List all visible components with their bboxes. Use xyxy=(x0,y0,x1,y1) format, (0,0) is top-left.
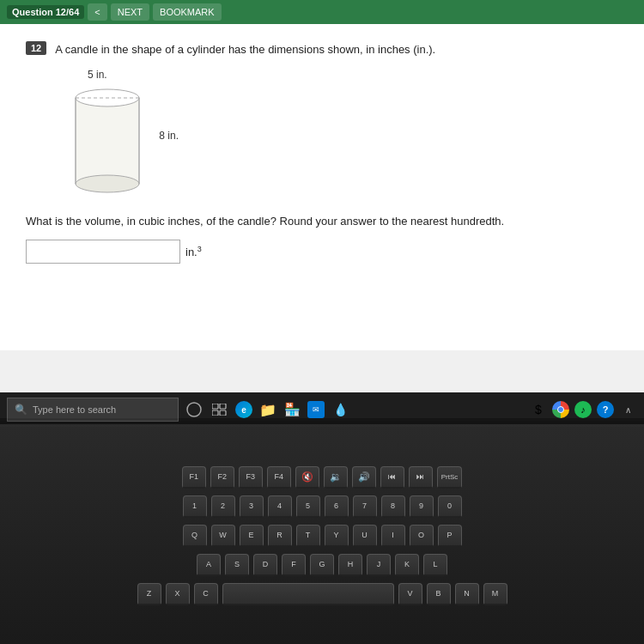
next-button[interactable]: NEXT xyxy=(111,3,149,21)
spotify-circle: ♪ xyxy=(574,401,592,418)
key-prtsc[interactable]: PrtSc xyxy=(437,466,463,489)
file-explorer-button[interactable]: 📁 xyxy=(258,399,278,420)
svg-rect-10 xyxy=(220,410,226,416)
key-j[interactable]: J xyxy=(367,554,391,576)
taskbar: 🔍 Type here to search e 📁 🏪 ✉ 💧 $ xyxy=(0,392,644,427)
dimension-side-label: 8 in. xyxy=(159,130,179,142)
key-m[interactable]: M xyxy=(483,583,507,605)
top-toolbar: Question 12/64 < NEXT BOOKMARK xyxy=(0,0,644,24)
key-3[interactable]: 3 xyxy=(240,495,264,518)
key-2[interactable]: 2 xyxy=(211,495,235,518)
key-e[interactable]: E xyxy=(240,525,264,547)
dropbox-button[interactable]: 💧 xyxy=(330,399,350,420)
chrome-icon[interactable] xyxy=(551,400,570,419)
key-vol-down[interactable]: 🔉 xyxy=(324,466,348,489)
key-f4[interactable]: F4 xyxy=(267,466,291,489)
key-z[interactable]: Z xyxy=(137,583,161,605)
key-u[interactable]: U xyxy=(353,525,377,547)
key-vol-up[interactable]: 🔊 xyxy=(352,466,376,489)
key-d[interactable]: D xyxy=(253,554,277,576)
chevron-up-icon[interactable]: ∧ xyxy=(618,400,637,419)
svg-point-1 xyxy=(76,175,139,192)
svg-point-6 xyxy=(187,403,201,416)
laptop-screen: Question 12/64 < NEXT BOOKMARK 12 A cand… xyxy=(0,0,644,421)
edge-icon: e xyxy=(235,401,252,418)
key-next[interactable]: ⏭ xyxy=(409,466,433,489)
question-number: 12 xyxy=(26,41,46,55)
dimension-top-label: 5 in. xyxy=(88,69,206,81)
cylinder-diagram xyxy=(69,82,146,194)
question-header: 12 A candle in the shape of a cylinder h… xyxy=(26,41,618,58)
help-icon[interactable]: ? xyxy=(596,400,615,419)
edge-browser-button[interactable]: e xyxy=(234,399,254,420)
answer-input[interactable] xyxy=(26,240,180,264)
key-i[interactable]: I xyxy=(381,525,405,547)
asdf-key-row: A S D F G H J K L xyxy=(197,554,447,576)
key-f3[interactable]: F3 xyxy=(239,466,263,489)
unit-label: in.3 xyxy=(185,245,202,258)
dollar-icon[interactable]: $ xyxy=(529,400,548,419)
email-button[interactable]: ✉ xyxy=(306,399,326,420)
key-v[interactable]: V xyxy=(398,583,422,605)
key-w[interactable]: W xyxy=(211,525,235,547)
key-mute[interactable]: 🔇 xyxy=(295,466,319,489)
task-view-button[interactable] xyxy=(210,399,230,420)
key-x[interactable]: X xyxy=(166,583,190,605)
help-circle: ? xyxy=(597,401,614,418)
key-9[interactable]: 9 xyxy=(410,495,434,518)
key-c[interactable]: C xyxy=(194,583,218,605)
mail-icon: ✉ xyxy=(307,401,325,418)
number-key-row: 1 2 3 4 5 6 7 8 9 0 xyxy=(183,495,462,518)
key-1[interactable]: 1 xyxy=(183,495,207,518)
key-h[interactable]: H xyxy=(338,554,362,576)
key-a[interactable]: A xyxy=(197,554,221,576)
key-r[interactable]: R xyxy=(268,525,292,547)
key-s[interactable]: S xyxy=(225,554,249,576)
key-g[interactable]: G xyxy=(310,554,334,576)
key-7[interactable]: 7 xyxy=(353,495,377,518)
key-6[interactable]: 6 xyxy=(325,495,349,518)
svg-rect-9 xyxy=(212,410,218,416)
key-b[interactable]: B xyxy=(427,583,451,605)
key-space[interactable] xyxy=(222,583,394,605)
chrome-circle xyxy=(552,401,569,418)
key-5[interactable]: 5 xyxy=(296,495,320,518)
back-button[interactable]: < xyxy=(88,3,106,21)
question-badge: Question 12/64 xyxy=(7,5,84,19)
svg-rect-8 xyxy=(220,404,226,409)
key-o[interactable]: O xyxy=(410,525,434,547)
search-bar[interactable]: 🔍 Type here to search xyxy=(7,398,179,422)
search-placeholder-text: Type here to search xyxy=(33,404,116,415)
key-p[interactable]: P xyxy=(438,525,462,547)
task-view-icon xyxy=(212,404,228,416)
question-intro: A candle in the shape of a cylinder has … xyxy=(55,41,435,58)
store-button[interactable]: 🏪 xyxy=(282,399,302,420)
svg-rect-7 xyxy=(212,404,218,409)
system-tray: $ ♪ ? ∧ xyxy=(529,400,637,419)
function-key-row: F1 F2 F3 F4 🔇 🔉 🔊 ⏮ ⏭ PrtSc xyxy=(182,466,463,489)
key-f2[interactable]: F2 xyxy=(210,466,234,489)
key-k[interactable]: K xyxy=(395,554,419,576)
key-f[interactable]: F xyxy=(282,554,306,576)
search-icon: 🔍 xyxy=(15,404,27,416)
qwerty-key-row: Q W E R T Y U I O P xyxy=(183,525,462,547)
key-prev[interactable]: ⏮ xyxy=(380,466,404,489)
svg-rect-0 xyxy=(76,98,139,184)
key-t[interactable]: T xyxy=(296,525,320,547)
key-n[interactable]: N xyxy=(455,583,479,605)
key-4[interactable]: 4 xyxy=(268,495,292,518)
key-8[interactable]: 8 xyxy=(381,495,405,518)
key-0[interactable]: 0 xyxy=(438,495,462,518)
key-q[interactable]: Q xyxy=(183,525,207,547)
folder-icon: 📁 xyxy=(259,402,276,418)
dropbox-icon: 💧 xyxy=(333,403,348,416)
content-area: 12 A candle in the shape of a cylinder h… xyxy=(0,24,644,350)
volume-question: What is the volume, in cubic inches, of … xyxy=(26,213,618,230)
key-l[interactable]: L xyxy=(423,554,447,576)
key-y[interactable]: Y xyxy=(325,525,349,547)
key-f1[interactable]: F1 xyxy=(182,466,206,489)
spotify-icon[interactable]: ♪ xyxy=(574,400,592,419)
cortana-circle-button[interactable] xyxy=(182,398,206,422)
bookmark-button[interactable]: BOOKMARK xyxy=(153,3,222,21)
zxcv-key-row: Z X C V B N M xyxy=(137,583,507,605)
